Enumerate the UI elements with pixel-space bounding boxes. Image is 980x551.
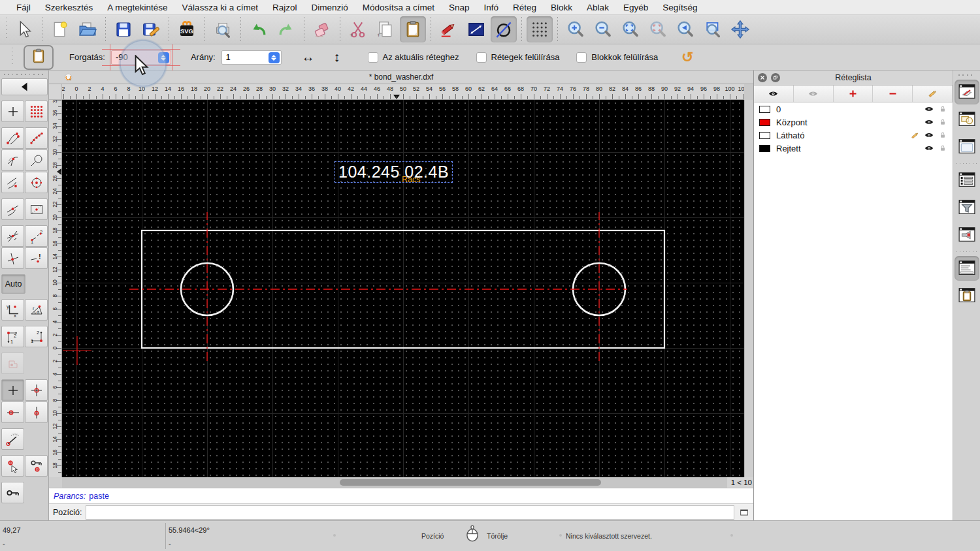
layer-lock-toggle[interactable] — [938, 144, 947, 153]
horizontal-scrollbar[interactable] — [62, 477, 730, 488]
snap-grid-button[interactable] — [25, 101, 48, 122]
dock-fitting-button[interactable] — [955, 223, 979, 247]
unlock-relative-zero-button[interactable] — [1, 482, 24, 503]
restrict-vertical-button[interactable] — [25, 401, 48, 423]
snap-on-circle-button[interactable] — [25, 150, 48, 171]
detach-command-icon[interactable] — [739, 507, 749, 518]
cut-button[interactable]: + — [345, 16, 371, 42]
relative-corner-a-button[interactable]: 12 — [1, 326, 24, 347]
add-layer-button[interactable] — [834, 86, 874, 102]
menu-draw[interactable]: Rajzol — [265, 3, 304, 12]
snap-middle-button[interactable] — [1, 198, 24, 220]
snap-endpoints-button[interactable] — [1, 127, 24, 149]
snap-center-button[interactable] — [25, 172, 48, 193]
angle-gauge-button[interactable] — [1, 428, 24, 450]
checkbox-box[interactable] — [476, 52, 487, 63]
zoom-in-button[interactable] — [563, 16, 589, 42]
layer-color-swatch[interactable] — [759, 106, 770, 113]
horizontal-scrollbar-thumb[interactable] — [340, 479, 601, 486]
layer-row[interactable]: Rejtett — [754, 142, 953, 155]
remove-layer-button[interactable] — [873, 86, 913, 102]
menu-other[interactable]: Egyéb — [616, 3, 655, 12]
selected-text-entity[interactable]: 104.245 02.4B — [335, 161, 453, 183]
zoom-window-button[interactable] — [700, 16, 726, 42]
dock-entity-list-button[interactable] — [955, 168, 979, 193]
redo-button[interactable] — [273, 16, 299, 42]
menu-snap[interactable]: Snap — [442, 3, 477, 12]
hide-all-layers-button[interactable] — [794, 86, 834, 102]
dock-block-list-button[interactable] — [955, 107, 979, 132]
layer-lock-toggle[interactable] — [938, 131, 947, 140]
layer-row[interactable]: Látható — [754, 129, 953, 142]
menu-modify[interactable]: Módosítsa a címet — [355, 3, 442, 12]
menu-edit[interactable]: Szerkesztés — [38, 3, 101, 12]
layer-row[interactable]: Központ — [754, 116, 953, 129]
vertical-scrollbar[interactable] — [744, 100, 753, 477]
menu-file[interactable]: Fájl — [9, 3, 38, 12]
restrict-tool-button[interactable] — [1, 353, 24, 374]
layer-lock-toggle[interactable] — [938, 118, 947, 127]
flip-vertical-button[interactable]: ↕ — [327, 48, 347, 67]
save-as-button[interactable] — [138, 16, 164, 42]
menu-info[interactable]: Infó — [477, 3, 506, 12]
scale-stepper[interactable] — [269, 52, 280, 63]
snap-free-button[interactable] — [1, 101, 24, 122]
snap-nearest-button[interactable] — [1, 172, 24, 193]
layer-visibility-toggle[interactable] — [924, 130, 934, 140]
save-button[interactable] — [110, 16, 137, 42]
layer-color-swatch[interactable] — [759, 119, 770, 126]
restrict-horizontal-button[interactable] — [1, 401, 24, 423]
copy-button[interactable]: + — [372, 16, 399, 42]
draw-attributes-button[interactable] — [436, 16, 462, 42]
layer-visibility-toggle[interactable] — [924, 143, 934, 153]
checkbox-box[interactable] — [576, 52, 587, 63]
export-svg-button[interactable]: SVG — [174, 16, 200, 42]
menu-block[interactable]: Blokk — [544, 3, 580, 12]
dock-command-line-button[interactable] — [955, 256, 979, 281]
menu-view[interactable]: A megtekintése — [100, 3, 174, 12]
coordinate-polar-button[interactable]: ra — [25, 299, 48, 321]
dimensions-tool-button[interactable] — [463, 16, 489, 42]
select-pointer-button[interactable] — [11, 16, 37, 42]
layer-row[interactable]: 0 — [754, 102, 953, 116]
snap-angles-button[interactable] — [1, 225, 24, 247]
edit-layer-button[interactable] — [913, 86, 953, 102]
rotation-stepper[interactable] — [158, 52, 169, 63]
undo-button[interactable] — [246, 16, 272, 42]
checkbox-to-current-layer[interactable]: Az aktuális réteghez — [368, 52, 459, 63]
dock-clipboard-button[interactable] — [955, 283, 979, 308]
snap-distance-button[interactable]: 12 — [25, 225, 48, 247]
restrict-orthogonal-button[interactable] — [25, 379, 48, 401]
delete-selected-button[interactable] — [309, 16, 335, 42]
snap-intersection-button[interactable] — [1, 247, 24, 269]
zoom-auto-button[interactable] — [617, 16, 644, 42]
checkbox-override-layers[interactable]: Rétegek felülírása — [476, 52, 560, 63]
set-relative-zero-button[interactable] — [1, 455, 24, 477]
new-drawing-button[interactable] — [47, 16, 73, 42]
print-preview-button[interactable] — [210, 16, 236, 42]
grid-toggle-button[interactable] — [527, 16, 553, 42]
restrict-nothing-button[interactable] — [1, 379, 24, 401]
coordinate-cartesian-button[interactable]: yx — [1, 299, 24, 321]
open-drawing-button[interactable] — [74, 16, 101, 42]
layer-lock-toggle[interactable] — [938, 104, 947, 114]
active-paste-tool-button[interactable] — [24, 45, 54, 70]
menu-dimension[interactable]: Dimenzió — [304, 3, 355, 12]
snap-auto-button[interactable]: Auto — [1, 274, 25, 294]
show-all-layers-button[interactable] — [754, 86, 794, 102]
drawing-canvas[interactable]: 104.245 02.4B Rács — [62, 100, 744, 477]
dock-selection-filter-button[interactable] — [955, 195, 979, 220]
relative-corner-b-button[interactable]: 12 — [25, 326, 48, 347]
flip-horizontal-button[interactable]: ↔ — [299, 48, 318, 67]
dock-layer-list-button[interactable] — [955, 80, 979, 104]
layer-visibility-toggle[interactable] — [924, 117, 934, 127]
snap-perpendicular-button[interactable] — [1, 150, 24, 171]
zoom-selection-button[interactable] — [645, 16, 671, 42]
snap-on-entity-button[interactable] — [25, 127, 48, 149]
reset-button[interactable]: ↺ — [676, 49, 698, 66]
snap-reference-button[interactable] — [25, 198, 48, 220]
collapse-palette-button[interactable] — [1, 78, 48, 95]
layer-color-swatch[interactable] — [759, 132, 770, 139]
layer-visibility-toggle[interactable] — [924, 104, 934, 114]
modify-tool-button[interactable] — [491, 16, 517, 42]
